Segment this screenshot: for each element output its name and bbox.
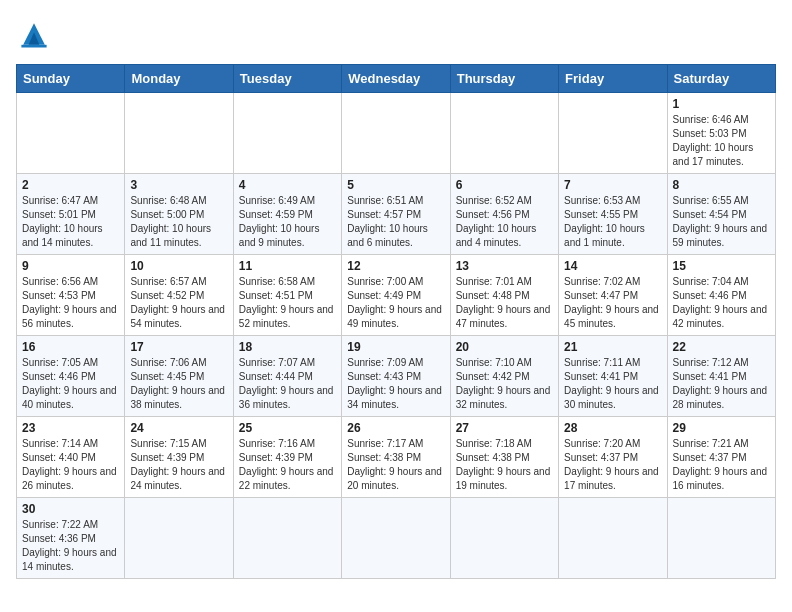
logo xyxy=(16,16,58,52)
header-friday: Friday xyxy=(559,65,667,93)
week-row-5: 23Sunrise: 7:14 AM Sunset: 4:40 PM Dayli… xyxy=(17,417,776,498)
day-number: 25 xyxy=(239,421,336,435)
day-info: Sunrise: 6:57 AM Sunset: 4:52 PM Dayligh… xyxy=(130,275,227,331)
day-number: 23 xyxy=(22,421,119,435)
day-number: 9 xyxy=(22,259,119,273)
day-number: 28 xyxy=(564,421,661,435)
day-number: 20 xyxy=(456,340,553,354)
day-number: 18 xyxy=(239,340,336,354)
day-number: 19 xyxy=(347,340,444,354)
day-info: Sunrise: 6:51 AM Sunset: 4:57 PM Dayligh… xyxy=(347,194,444,250)
day-number: 12 xyxy=(347,259,444,273)
calendar-cell: 18Sunrise: 7:07 AM Sunset: 4:44 PM Dayli… xyxy=(233,336,341,417)
calendar-cell: 20Sunrise: 7:10 AM Sunset: 4:42 PM Dayli… xyxy=(450,336,558,417)
day-number: 29 xyxy=(673,421,770,435)
day-info: Sunrise: 7:16 AM Sunset: 4:39 PM Dayligh… xyxy=(239,437,336,493)
day-info: Sunrise: 7:04 AM Sunset: 4:46 PM Dayligh… xyxy=(673,275,770,331)
header-sunday: Sunday xyxy=(17,65,125,93)
calendar-cell xyxy=(559,93,667,174)
day-info: Sunrise: 7:11 AM Sunset: 4:41 PM Dayligh… xyxy=(564,356,661,412)
day-info: Sunrise: 7:10 AM Sunset: 4:42 PM Dayligh… xyxy=(456,356,553,412)
day-number: 5 xyxy=(347,178,444,192)
day-info: Sunrise: 6:47 AM Sunset: 5:01 PM Dayligh… xyxy=(22,194,119,250)
day-number: 7 xyxy=(564,178,661,192)
day-info: Sunrise: 7:05 AM Sunset: 4:46 PM Dayligh… xyxy=(22,356,119,412)
day-info: Sunrise: 6:53 AM Sunset: 4:55 PM Dayligh… xyxy=(564,194,661,250)
calendar-cell: 1Sunrise: 6:46 AM Sunset: 5:03 PM Daylig… xyxy=(667,93,775,174)
header-thursday: Thursday xyxy=(450,65,558,93)
calendar-cell xyxy=(342,93,450,174)
week-row-3: 9Sunrise: 6:56 AM Sunset: 4:53 PM Daylig… xyxy=(17,255,776,336)
day-number: 6 xyxy=(456,178,553,192)
calendar-cell xyxy=(233,498,341,579)
calendar-cell: 19Sunrise: 7:09 AM Sunset: 4:43 PM Dayli… xyxy=(342,336,450,417)
week-row-4: 16Sunrise: 7:05 AM Sunset: 4:46 PM Dayli… xyxy=(17,336,776,417)
calendar-cell: 30Sunrise: 7:22 AM Sunset: 4:36 PM Dayli… xyxy=(17,498,125,579)
day-number: 8 xyxy=(673,178,770,192)
day-info: Sunrise: 7:20 AM Sunset: 4:37 PM Dayligh… xyxy=(564,437,661,493)
day-number: 14 xyxy=(564,259,661,273)
calendar-cell: 7Sunrise: 6:53 AM Sunset: 4:55 PM Daylig… xyxy=(559,174,667,255)
calendar-cell: 21Sunrise: 7:11 AM Sunset: 4:41 PM Dayli… xyxy=(559,336,667,417)
day-info: Sunrise: 6:49 AM Sunset: 4:59 PM Dayligh… xyxy=(239,194,336,250)
day-info: Sunrise: 6:46 AM Sunset: 5:03 PM Dayligh… xyxy=(673,113,770,169)
day-number: 13 xyxy=(456,259,553,273)
calendar-cell: 27Sunrise: 7:18 AM Sunset: 4:38 PM Dayli… xyxy=(450,417,558,498)
calendar-cell: 26Sunrise: 7:17 AM Sunset: 4:38 PM Dayli… xyxy=(342,417,450,498)
day-number: 27 xyxy=(456,421,553,435)
day-info: Sunrise: 7:22 AM Sunset: 4:36 PM Dayligh… xyxy=(22,518,119,574)
page-header xyxy=(16,16,776,52)
calendar-cell: 28Sunrise: 7:20 AM Sunset: 4:37 PM Dayli… xyxy=(559,417,667,498)
logo-icon xyxy=(16,16,52,52)
day-info: Sunrise: 7:01 AM Sunset: 4:48 PM Dayligh… xyxy=(456,275,553,331)
day-info: Sunrise: 6:58 AM Sunset: 4:51 PM Dayligh… xyxy=(239,275,336,331)
day-number: 1 xyxy=(673,97,770,111)
calendar-cell: 14Sunrise: 7:02 AM Sunset: 4:47 PM Dayli… xyxy=(559,255,667,336)
calendar-cell: 2Sunrise: 6:47 AM Sunset: 5:01 PM Daylig… xyxy=(17,174,125,255)
calendar-cell xyxy=(450,498,558,579)
calendar-cell xyxy=(125,93,233,174)
day-info: Sunrise: 6:52 AM Sunset: 4:56 PM Dayligh… xyxy=(456,194,553,250)
weekday-header-row: Sunday Monday Tuesday Wednesday Thursday… xyxy=(17,65,776,93)
calendar-cell: 29Sunrise: 7:21 AM Sunset: 4:37 PM Dayli… xyxy=(667,417,775,498)
calendar-cell: 11Sunrise: 6:58 AM Sunset: 4:51 PM Dayli… xyxy=(233,255,341,336)
day-number: 11 xyxy=(239,259,336,273)
calendar-cell xyxy=(17,93,125,174)
calendar-cell: 3Sunrise: 6:48 AM Sunset: 5:00 PM Daylig… xyxy=(125,174,233,255)
calendar-cell: 8Sunrise: 6:55 AM Sunset: 4:54 PM Daylig… xyxy=(667,174,775,255)
calendar-cell: 23Sunrise: 7:14 AM Sunset: 4:40 PM Dayli… xyxy=(17,417,125,498)
calendar-cell: 10Sunrise: 6:57 AM Sunset: 4:52 PM Dayli… xyxy=(125,255,233,336)
day-info: Sunrise: 7:09 AM Sunset: 4:43 PM Dayligh… xyxy=(347,356,444,412)
day-info: Sunrise: 7:17 AM Sunset: 4:38 PM Dayligh… xyxy=(347,437,444,493)
day-number: 15 xyxy=(673,259,770,273)
calendar-cell: 13Sunrise: 7:01 AM Sunset: 4:48 PM Dayli… xyxy=(450,255,558,336)
calendar-table: Sunday Monday Tuesday Wednesday Thursday… xyxy=(16,64,776,579)
calendar-cell: 5Sunrise: 6:51 AM Sunset: 4:57 PM Daylig… xyxy=(342,174,450,255)
day-number: 22 xyxy=(673,340,770,354)
calendar-cell: 22Sunrise: 7:12 AM Sunset: 4:41 PM Dayli… xyxy=(667,336,775,417)
header-monday: Monday xyxy=(125,65,233,93)
day-number: 3 xyxy=(130,178,227,192)
calendar-cell: 15Sunrise: 7:04 AM Sunset: 4:46 PM Dayli… xyxy=(667,255,775,336)
day-number: 2 xyxy=(22,178,119,192)
calendar-cell xyxy=(125,498,233,579)
day-info: Sunrise: 7:15 AM Sunset: 4:39 PM Dayligh… xyxy=(130,437,227,493)
day-number: 4 xyxy=(239,178,336,192)
day-info: Sunrise: 7:00 AM Sunset: 4:49 PM Dayligh… xyxy=(347,275,444,331)
calendar-cell: 25Sunrise: 7:16 AM Sunset: 4:39 PM Dayli… xyxy=(233,417,341,498)
day-number: 26 xyxy=(347,421,444,435)
day-info: Sunrise: 7:07 AM Sunset: 4:44 PM Dayligh… xyxy=(239,356,336,412)
day-number: 24 xyxy=(130,421,227,435)
day-number: 21 xyxy=(564,340,661,354)
calendar-cell: 4Sunrise: 6:49 AM Sunset: 4:59 PM Daylig… xyxy=(233,174,341,255)
week-row-6: 30Sunrise: 7:22 AM Sunset: 4:36 PM Dayli… xyxy=(17,498,776,579)
day-info: Sunrise: 7:14 AM Sunset: 4:40 PM Dayligh… xyxy=(22,437,119,493)
calendar-cell xyxy=(450,93,558,174)
header-saturday: Saturday xyxy=(667,65,775,93)
day-number: 17 xyxy=(130,340,227,354)
calendar-cell xyxy=(559,498,667,579)
day-info: Sunrise: 7:21 AM Sunset: 4:37 PM Dayligh… xyxy=(673,437,770,493)
calendar-cell xyxy=(667,498,775,579)
week-row-2: 2Sunrise: 6:47 AM Sunset: 5:01 PM Daylig… xyxy=(17,174,776,255)
header-wednesday: Wednesday xyxy=(342,65,450,93)
